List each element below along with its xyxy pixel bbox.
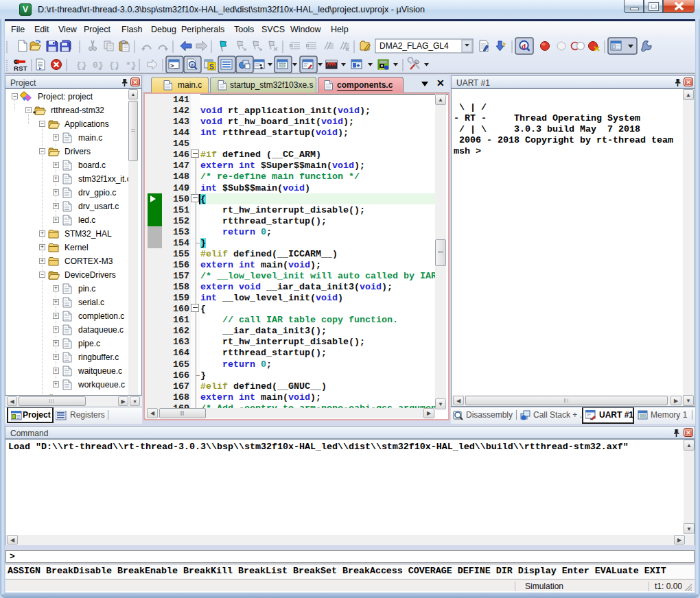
svg-text:RST: RST [14, 64, 27, 72]
svg-text:d: d [522, 42, 526, 50]
svg-text:a: a [191, 62, 194, 67]
svg-text:DMA2_FLAG_GL4: DMA2_FLAG_GL4 [380, 41, 449, 51]
svg-text:{): {) [109, 60, 120, 71]
svg-text:>_: >_ [170, 63, 178, 70]
svg-text:*: * [33, 110, 36, 116]
svg-text:{}: {} [76, 60, 87, 71]
svg-text:*}: *} [126, 60, 137, 71]
svg-text:0}: 0} [93, 60, 104, 71]
svg-text:S: S [209, 63, 214, 71]
